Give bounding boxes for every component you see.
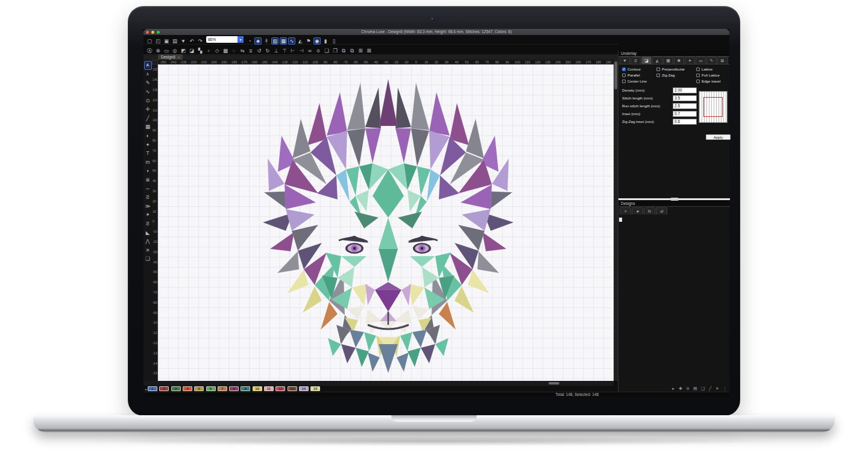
checkbox-zig-zag[interactable]: Zig-Zag: [656, 73, 696, 77]
zoom-tool[interactable]: ⊙: [144, 96, 152, 105]
horizontal-scrollbar[interactable]: [143, 381, 614, 386]
stitch-view-icon[interactable]: ∿: [288, 37, 295, 45]
polygon-icon[interactable]: ◇: [213, 47, 221, 54]
checkbox-center-line[interactable]: Center Line: [622, 79, 656, 83]
align-center-h-icon[interactable]: ≍: [306, 47, 313, 54]
align-bottom-icon[interactable]: ⊥: [272, 47, 280, 54]
knife-tool[interactable]: ╱: [144, 114, 152, 123]
fill-tool[interactable]: ◗: [144, 166, 152, 175]
pen-tool[interactable]: ✎: [144, 78, 152, 87]
thread-color-swatch-9[interactable]: 9: [241, 386, 250, 391]
fill-half-icon[interactable]: ▚: [197, 47, 204, 54]
new-document-icon[interactable]: ▢: [146, 37, 153, 45]
design-flag-icon[interactable]: ⚑: [305, 37, 312, 45]
text-tool[interactable]: T: [144, 149, 152, 158]
cut-icon[interactable]: ✕: [715, 386, 720, 391]
design-canvas[interactable]: [158, 64, 614, 381]
globe-icon[interactable]: ◔: [246, 37, 253, 45]
checkbox-lattice[interactable]: Lattice: [696, 67, 726, 71]
close-tab-icon[interactable]: ×: [178, 55, 180, 59]
save-icon[interactable]: ▣: [163, 37, 170, 45]
palette-scroll-left-icon[interactable]: ◂: [145, 387, 146, 391]
checkbox-edge-travel[interactable]: Edge travel: [696, 79, 726, 83]
curve-tool[interactable]: ∼: [144, 184, 152, 193]
designs-favorites-tab[interactable]: ★: [632, 207, 643, 215]
hourglass-icon[interactable]: ⧖: [247, 48, 254, 55]
toggle-a-icon[interactable]: ▮: [322, 37, 329, 45]
crown-tool[interactable]: ⋀: [144, 237, 152, 246]
designs-list-tab[interactable]: ≡: [620, 207, 631, 215]
vertical-scroll-thumb[interactable]: [614, 61, 617, 89]
select-arrow-tool[interactable]: ➤: [144, 61, 152, 70]
tab-fill[interactable]: ◪: [641, 57, 652, 64]
hoop-pin-icon[interactable]: ▼: [180, 37, 187, 45]
monogram-tool[interactable]: m: [144, 158, 152, 167]
thread-color-swatch-6[interactable]: 6: [206, 386, 216, 391]
thread-color-swatch-13[interactable]: 13: [288, 386, 297, 391]
checkbox-box[interactable]: [656, 74, 660, 77]
satin-tool[interactable]: Ƨ: [144, 193, 152, 202]
tab-design6[interactable]: Design6 ×: [158, 54, 183, 60]
thread-color-swatch-15[interactable]: 15: [310, 386, 320, 391]
expand-icon[interactable]: ▸: [671, 386, 676, 391]
magic-wand-tool[interactable]: ✦: [144, 140, 152, 149]
satin2-tool[interactable]: Ƨ: [144, 219, 152, 228]
thread-color-swatch-7[interactable]: 7: [218, 386, 227, 391]
ungroup-icon[interactable]: ❐: [332, 47, 339, 54]
list-tool[interactable]: ≣: [144, 175, 152, 184]
thread-color-swatch-3[interactable]: 3: [171, 386, 181, 391]
mesh-icon[interactable]: ▩: [222, 47, 229, 54]
transform-a-icon[interactable]: ◩: [180, 47, 187, 54]
checkbox-contour[interactable]: ✓Contour: [622, 67, 656, 71]
draw-icon[interactable]: ╱: [708, 386, 712, 391]
tab-effects[interactable]: ✦: [685, 57, 695, 64]
print-icon[interactable]: ▤: [171, 37, 178, 45]
thread-color-swatch-2[interactable]: 2: [159, 386, 169, 391]
vertical-scrollbar[interactable]: [614, 60, 618, 381]
align-top-icon[interactable]: ⊤: [281, 47, 288, 54]
redo-icon[interactable]: ↷: [197, 37, 204, 45]
select-all-icon[interactable]: ⊞: [357, 47, 364, 54]
checkbox-box[interactable]: [622, 74, 626, 77]
field-input-density-mm-[interactable]: [673, 87, 697, 93]
image-tool[interactable]: ▦: [144, 122, 152, 131]
tab-stitch[interactable]: Ƨ: [631, 57, 641, 64]
stitch-line-tool[interactable]: ∿: [144, 87, 152, 96]
thread-color-swatch-4[interactable]: 4: [183, 386, 192, 391]
scissors-tool[interactable]: ✕: [144, 245, 152, 254]
checkbox-box[interactable]: [696, 74, 700, 77]
rectangle-icon[interactable]: ▭: [163, 47, 170, 54]
align-left-icon[interactable]: ⊢: [289, 47, 297, 54]
field-input-inset-mm-[interactable]: [673, 111, 697, 117]
thread-color-swatch-5[interactable]: 5: [194, 386, 204, 391]
open-folder-icon[interactable]: ◰: [154, 37, 162, 45]
field-input-stitch-length-mm-[interactable]: [673, 95, 697, 101]
dot-icon[interactable]: ◎: [171, 47, 178, 54]
marquee-icon[interactable]: ▫: [205, 47, 212, 54]
measure-icon[interactable]: ǂ: [263, 37, 270, 45]
star-tool[interactable]: ✶: [144, 210, 152, 219]
thread-color-swatch-1[interactable]: 1: [148, 386, 157, 391]
designs-fx-tab[interactable]: fx: [644, 207, 655, 215]
clone-icon[interactable]: ⧉: [348, 48, 356, 55]
horizontal-scroll-thumb[interactable]: [549, 382, 559, 384]
fabric-tool[interactable]: ❏: [144, 254, 152, 263]
thread-color-swatch-14[interactable]: 14: [299, 386, 309, 391]
eye-preview-icon[interactable]: ◉: [313, 37, 321, 45]
add-icon[interactable]: ✚: [678, 386, 683, 391]
view-3d-icon[interactable]: ▧: [271, 37, 278, 45]
triangle-view-icon[interactable]: ◭: [297, 37, 304, 45]
checkbox-parallel[interactable]: Parallel: [622, 73, 656, 77]
thread-color-swatch-8[interactable]: 8: [229, 386, 239, 391]
group-icon[interactable]: ❏: [323, 47, 330, 54]
tab-tools[interactable]: ✎: [706, 57, 717, 64]
undo-icon[interactable]: ↶: [188, 37, 195, 45]
flip-horizontal-icon[interactable]: ⇋: [239, 47, 246, 54]
lion-embroidery-design[interactable]: [260, 68, 516, 375]
comment-icon[interactable]: ❑: [700, 386, 705, 391]
transform-b-icon[interactable]: ◪: [188, 47, 195, 54]
thread-color-swatch-12[interactable]: 12: [275, 386, 285, 391]
shape-fill-tool[interactable]: ◣: [144, 228, 152, 237]
align-center-v-icon[interactable]: ≎: [315, 47, 322, 54]
designs-list-item[interactable]: [619, 218, 622, 222]
